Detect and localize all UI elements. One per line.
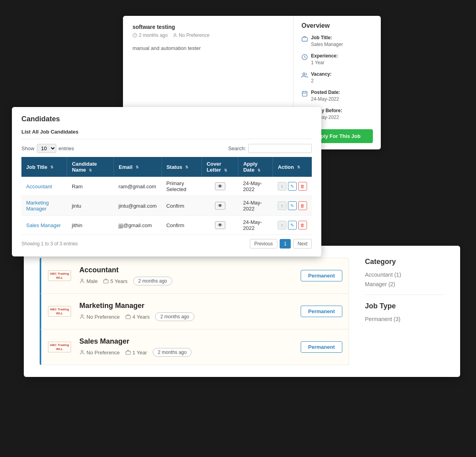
overview-job-title: Job Title: Sales Manager — [301, 35, 373, 48]
overview-posted-label: Posted Date: — [311, 90, 340, 95]
svg-rect-14 — [104, 280, 108, 283]
table-showing-info: Showing 1 to 3 of 3 entries — [21, 241, 78, 247]
svg-rect-5 — [302, 92, 307, 96]
col-action[interactable]: Action ⇅ — [273, 157, 312, 177]
edit-button[interactable]: ✎ — [288, 201, 297, 210]
gender-meta: No Preference — [79, 314, 120, 320]
suitcase-icon — [125, 314, 131, 319]
user-icon — [173, 33, 177, 38]
time-badge: 2 months ago — [133, 277, 173, 285]
email-cell: jintu@gmail.com — [114, 196, 161, 216]
table-header-row: Job Title ⇅ Candidate Name ⇅ Email ⇅ Sta… — [21, 157, 312, 177]
person-icon — [79, 350, 85, 355]
search-label: Search: — [228, 145, 246, 151]
cover-letter-cell: 👁 — [202, 196, 238, 216]
action-cell: ↑ ✎ 🗑 — [273, 177, 312, 196]
view-cover-letter-button[interactable]: 👁 — [215, 221, 225, 229]
search-input[interactable] — [248, 144, 312, 153]
col-cover-letter[interactable]: Cover Letter ⇅ — [202, 157, 238, 177]
person-icon — [79, 314, 85, 319]
svg-point-13 — [81, 279, 83, 281]
person-icon — [79, 278, 85, 284]
svg-point-17 — [81, 350, 83, 352]
view-cover-letter-button[interactable]: 👁 — [215, 202, 225, 210]
overview-posted-date: Posted Date: 24-May-2022 — [301, 90, 373, 102]
status-cell: Primary Selected — [161, 177, 202, 196]
clock-icon — [132, 33, 137, 38]
jobtype-item[interactable]: Permanent (3) — [365, 316, 444, 322]
delete-button[interactable]: 🗑 — [298, 182, 307, 191]
view-button[interactable]: ↑ — [278, 182, 286, 191]
category-item[interactable]: Accountant (1) — [365, 272, 444, 278]
svg-point-1 — [174, 34, 176, 35]
job-title-cell[interactable]: Accountant — [21, 177, 67, 196]
company-logo: ABC TradingWLL — [48, 304, 71, 319]
calendar-icon — [301, 90, 308, 97]
svg-point-15 — [81, 315, 83, 317]
overview-vacancy-value: 2 — [311, 78, 314, 84]
sidebar-divider — [365, 294, 444, 295]
job-preference-meta: No Preference — [173, 33, 209, 38]
job-type-button[interactable]: Permanent — [301, 306, 342, 317]
overview-experience: Experience: 1 Year — [301, 53, 373, 66]
job-type-button[interactable]: Permanent — [301, 270, 342, 281]
suitcase-icon — [125, 350, 131, 355]
category-item[interactable]: Manager (2) — [365, 281, 444, 287]
job-card-info: Marketing Manager No Preference 4 Years … — [79, 302, 301, 321]
job-card: ABC TradingWLL Accountant Male 5 Years 2… — [40, 258, 349, 294]
suitcase-icon — [103, 278, 109, 284]
svg-rect-2 — [302, 38, 307, 41]
col-email[interactable]: Email ⇅ — [114, 157, 161, 177]
table-row: Marketing Manager jintu jintu@gmail.com … — [21, 196, 312, 216]
next-page-button[interactable]: Next — [293, 239, 312, 249]
col-job-title[interactable]: Job Title ⇅ — [21, 157, 67, 177]
gender-meta: No Preference — [79, 350, 120, 356]
users-icon — [301, 72, 308, 78]
experience-meta: 5 Years — [103, 278, 127, 284]
job-type-button[interactable]: Permanent — [301, 341, 342, 353]
delete-button[interactable]: 🗑 — [298, 201, 307, 210]
job-card-meta: No Preference 1 Year 2 months ago — [79, 348, 301, 357]
candidates-table: Job Title ⇅ Candidate Name ⇅ Email ⇅ Sta… — [21, 157, 312, 235]
delete-button[interactable]: 🗑 — [298, 221, 307, 229]
job-description: manual and automation tester — [132, 44, 284, 52]
email-cell: ram@gmail.com — [114, 177, 161, 196]
company-logo-text: ABC TradingWLL — [48, 270, 71, 281]
company-logo: ABC TradingWLL — [48, 339, 71, 355]
clock2-icon — [301, 54, 308, 60]
job-type-section: Permanent — [301, 341, 342, 353]
job-card-meta: Male 5 Years 2 months ago — [79, 277, 301, 285]
overview-jobtitle-value: Sales Manager — [311, 42, 343, 47]
overview-jobtitle-label: Job Title: — [311, 35, 343, 40]
company-logo-text: ABC TradingWLL — [48, 342, 71, 352]
email-cell: jjjj@gmail.com — [114, 216, 161, 235]
cover-letter-cell: 👁 — [202, 216, 238, 235]
time-badge: 2 months ago — [155, 312, 194, 321]
job-card-info: Accountant Male 5 Years 2 months ago — [79, 266, 301, 285]
job-card-title: Marketing Manager — [79, 302, 301, 310]
experience-meta: 4 Years — [125, 314, 150, 320]
table-row: Sales Manager jithin jjjj@gmail.com Conf… — [21, 216, 312, 235]
cover-letter-cell: 👁 — [202, 177, 238, 196]
edit-button[interactable]: ✎ — [288, 221, 297, 229]
overview-vacancy-label: Vacancy: — [311, 71, 332, 77]
entries-select[interactable]: 10 25 50 — [37, 144, 56, 153]
overview-title: Overview — [301, 22, 373, 29]
prev-page-button[interactable]: Previous — [250, 239, 277, 249]
view-cover-letter-button[interactable]: 👁 — [215, 182, 225, 190]
col-candidate-name[interactable]: Candidate Name ⇅ — [67, 157, 114, 177]
job-title-cell[interactable]: Sales Manager — [21, 216, 67, 235]
current-page-button[interactable]: 1 — [280, 239, 291, 249]
action-cell: ↑ ✎ 🗑 — [273, 196, 312, 216]
col-apply-date[interactable]: Apply Date ⇅ — [238, 157, 273, 177]
candidate-name-cell: jithin — [67, 216, 114, 235]
job-title-cell[interactable]: Marketing Manager — [21, 196, 67, 216]
edit-button[interactable]: ✎ — [288, 182, 297, 191]
status-cell: Confirm — [161, 216, 202, 235]
col-status[interactable]: Status ⇅ — [161, 157, 202, 177]
job-card: ABC TradingWLL Marketing Manager No Pref… — [40, 294, 349, 329]
view-button[interactable]: ↑ — [278, 201, 286, 210]
view-button[interactable]: ↑ — [278, 221, 286, 229]
listings-main: ABC TradingWLL Accountant Male 5 Years 2… — [40, 258, 349, 365]
sidebar-categories: Accountant (1)Manager (2) — [365, 272, 444, 287]
